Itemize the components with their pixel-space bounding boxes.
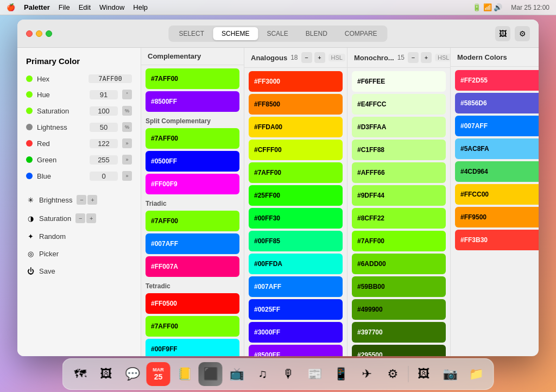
menu-window[interactable]: Window — [99, 3, 124, 11]
swatch-mc-007AFF[interactable]: #007AFF — [455, 116, 539, 136]
swatch-an-25FF00[interactable]: #25FF00 — [249, 185, 343, 206]
hex-value[interactable]: 7AFF00 — [89, 74, 132, 83]
picker-action[interactable]: ◎ Picker — [24, 246, 134, 261]
dock-news[interactable]: 📰 — [303, 362, 327, 386]
swatch-mo-6ADD00[interactable]: #6ADD00 — [352, 254, 446, 274]
swatch-an-3000FF[interactable]: #3000FF — [249, 322, 343, 343]
dock-transloader[interactable]: ✈ — [355, 362, 379, 386]
swatch-mc-FF2D55[interactable]: #FF2D55 — [455, 70, 539, 91]
swatch-mo-7AFF00[interactable]: #7AFF00 — [352, 231, 446, 251]
analogous-hsl-badge[interactable]: HSL — [328, 54, 345, 61]
swatch-sc-0500FF[interactable]: #0500FF — [146, 151, 239, 172]
swatch-mc-5856D6[interactable]: #5856D6 — [455, 93, 539, 113]
swatch-sc-7AFF00[interactable]: #7AFF00 — [146, 128, 239, 149]
swatch-mo-AFFF66[interactable]: #AFFF66 — [352, 162, 446, 183]
swatch-an-007AFF[interactable]: #007AFF — [249, 276, 343, 297]
swatch-an-FF8500[interactable]: #FF8500 — [249, 94, 343, 115]
swatch-mo-397700[interactable]: #397700 — [352, 322, 446, 343]
analogous-plus[interactable]: + — [314, 52, 325, 63]
swatch-sc-FF00F9[interactable]: #FF00F9 — [146, 174, 239, 194]
swatch-7AFF00[interactable]: #7AFF00 — [146, 68, 239, 89]
analogous-minus[interactable]: − — [301, 52, 312, 63]
save-action[interactable]: ⏻ Save — [24, 263, 134, 279]
swatch-te-FF0500[interactable]: #FF0500 — [146, 293, 239, 314]
image-icon-button[interactable]: 🖼 — [495, 26, 510, 41]
swatch-t-7AFF00[interactable]: #7AFF00 — [146, 211, 239, 231]
apple-menu[interactable]: 🍎 — [7, 3, 15, 11]
brightness-action[interactable]: ✳ Brightness − + — [24, 192, 134, 208]
saturation-minus[interactable]: − — [75, 213, 85, 223]
tab-compare[interactable]: COMPARE — [336, 27, 386, 40]
red-value[interactable]: 122 — [90, 139, 118, 148]
minimize-button[interactable] — [36, 30, 42, 37]
menu-help[interactable]: Help — [133, 3, 148, 11]
random-action[interactable]: ✦ Random — [24, 229, 134, 244]
dock-launchpad[interactable]: ⬛ — [199, 362, 223, 386]
swatch-an-00FFDA[interactable]: #00FFDA — [249, 254, 343, 274]
swatch-mc-FF9500[interactable]: #FF9500 — [455, 207, 539, 227]
swatch-an-00FF30[interactable]: #00FF30 — [249, 208, 343, 229]
swatch-mc-5AC8FA[interactable]: #5AC8FA — [455, 138, 539, 159]
dock-preferences[interactable]: ⚙ — [381, 362, 405, 386]
swatch-mo-8CFF22[interactable]: #8CFF22 — [352, 208, 446, 229]
tab-blend[interactable]: BLEND — [297, 27, 336, 40]
close-button[interactable] — [26, 30, 33, 37]
swatch-mo-F6FFEE[interactable]: #F6FFEE — [352, 71, 446, 92]
dock-podcasts[interactable]: 🎙 — [277, 362, 301, 386]
swatch-t-007AFF[interactable]: #007AFF — [146, 233, 239, 254]
dock-image-capture[interactable]: 📷 — [438, 362, 462, 386]
swatch-mc-FF3B30[interactable]: #FF3B30 — [455, 230, 539, 250]
dock-music[interactable]: ♫ — [251, 362, 275, 386]
dock-facetime[interactable]: 💬 — [121, 362, 144, 386]
monochromatic-hsl-badge[interactable]: HSL — [435, 54, 451, 61]
red-stepper-info: » — [122, 138, 132, 148]
dock-photos[interactable]: 🖼 — [94, 362, 118, 386]
dock-maps[interactable]: 🗺 — [68, 362, 92, 386]
green-value[interactable]: 255 — [90, 155, 118, 165]
hue-value[interactable]: 91 — [90, 90, 118, 99]
dock-preview[interactable]: 🖼 — [412, 362, 436, 386]
brightness-minus[interactable]: − — [77, 195, 86, 205]
swatch-an-FF3000[interactable]: #FF3000 — [249, 71, 343, 92]
swatch-mo-59BB00[interactable]: #59BB00 — [352, 276, 446, 297]
saturation-action[interactable]: ◑ Saturation − + — [24, 210, 134, 226]
blue-value[interactable]: 0 — [90, 172, 118, 181]
swatch-mc-FFCC00[interactable]: #FFCC00 — [455, 184, 539, 205]
swatch-an-8500FF[interactable]: #8500FF — [249, 345, 343, 356]
dock-contacts[interactable]: 📒 — [173, 362, 197, 386]
menu-file[interactable]: File — [59, 3, 70, 11]
saturation-value[interactable]: 100 — [90, 106, 118, 116]
swatch-mo-D3FFAA[interactable]: #D3FFAA — [352, 117, 446, 137]
swatch-mo-C1FF88[interactable]: #C1FF88 — [352, 140, 446, 160]
swatch-te-7AFF00[interactable]: #7AFF00 — [146, 316, 239, 337]
swatch-mo-9DFF44[interactable]: #9DFF44 — [352, 185, 446, 206]
swatch-an-00FF85[interactable]: #00FF85 — [249, 231, 343, 251]
dock-finder[interactable]: 📁 — [464, 362, 488, 386]
swatch-mc-4CD964[interactable]: #4CD964 — [455, 161, 539, 182]
lightness-value[interactable]: 50 — [90, 123, 118, 132]
tab-scale[interactable]: SCALE — [258, 27, 296, 40]
menu-edit[interactable]: Edit — [79, 3, 91, 11]
dock-appstore[interactable]: 📱 — [329, 362, 353, 386]
swatch-an-FFDA00[interactable]: #FFDA00 — [249, 117, 343, 137]
saturation-plus[interactable]: + — [86, 213, 96, 223]
swatch-8500FF[interactable]: #8500FF — [146, 91, 239, 112]
swatch-mo-E4FFCC[interactable]: #E4FFCC — [352, 94, 446, 115]
swatch-an-7AFF00[interactable]: #7AFF00 — [249, 162, 343, 183]
swatch-mo-295500[interactable]: #295500 — [352, 345, 446, 356]
swatch-an-0025FF[interactable]: #0025FF — [249, 299, 343, 320]
tab-select[interactable]: SELECT — [170, 27, 213, 40]
dock-tv[interactable]: 📺 — [225, 362, 249, 386]
swatch-te-00F9FF[interactable]: #00F9FF — [146, 339, 239, 356]
monochromatic-plus[interactable]: + — [421, 52, 432, 63]
swatch-t-FF007A[interactable]: #FF007A — [146, 256, 239, 277]
dock-calendar[interactable]: MAR25 — [147, 362, 170, 386]
swatch-an-CFFF00[interactable]: #CFFF00 — [249, 140, 343, 160]
maximize-button[interactable] — [46, 30, 52, 37]
swatch-mo-499900[interactable]: #499900 — [352, 299, 446, 320]
monochromatic-minus[interactable]: − — [408, 52, 419, 63]
settings-icon-button[interactable]: ⚙ — [515, 26, 530, 41]
brightness-plus[interactable]: + — [87, 195, 97, 205]
tab-scheme[interactable]: SCHEME — [213, 27, 258, 40]
complementary-panel: Complementary #7AFF00 #8500FF Split Comp… — [141, 48, 244, 356]
